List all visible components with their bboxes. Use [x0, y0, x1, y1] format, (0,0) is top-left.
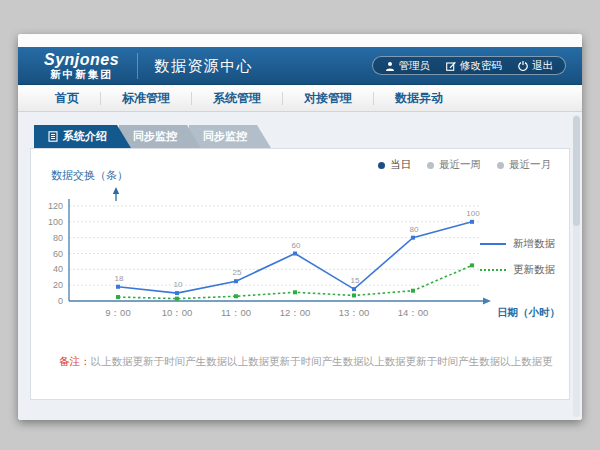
tab-sync-monitor-1[interactable]: 同步监控: [119, 125, 201, 148]
power-icon: [518, 61, 528, 71]
svg-text:25: 25: [233, 268, 242, 277]
tab-label: 同步监控: [133, 129, 177, 144]
legend-update-data[interactable]: 更新数据: [480, 263, 555, 277]
nav-item-system-mgmt[interactable]: 系统管理: [192, 92, 283, 105]
admin-user-button[interactable]: 管理员: [385, 59, 431, 73]
tab-label: 同步监控: [203, 129, 247, 144]
header-actions: 管理员 修改密码 退出: [372, 56, 567, 75]
nav-item-standard-mgmt[interactable]: 标准管理: [101, 92, 192, 105]
svg-text:80: 80: [53, 233, 63, 243]
change-password-label: 修改密码: [460, 59, 502, 73]
logout-label: 退出: [532, 59, 553, 73]
nav-item-data-change[interactable]: 数据异动: [374, 92, 464, 105]
svg-text:60: 60: [292, 241, 301, 250]
svg-text:日期（小时）: 日期（小时）: [497, 306, 560, 319]
tab-bar: 系统介绍 同步监控 同步监控: [34, 125, 259, 148]
svg-text:60: 60: [53, 249, 63, 259]
svg-text:80: 80: [410, 225, 419, 234]
app-header: Synjones 新中新集团 数据资源中心 管理员 修改密码 退出: [18, 47, 582, 85]
svg-text:100: 100: [466, 209, 480, 218]
nav-item-interface-mgmt[interactable]: 对接管理: [283, 92, 374, 105]
svg-text:100: 100: [48, 217, 63, 227]
change-password-button[interactable]: 修改密码: [446, 59, 502, 73]
svg-text:0: 0: [58, 296, 63, 306]
chart-legend: 新增数据 更新数据: [480, 237, 555, 277]
svg-text:12：00: 12：00: [280, 307, 311, 318]
content-area: 系统介绍 同步监控 同步监控 当日 最近一周: [18, 112, 582, 420]
chart-panel: 当日 最近一周 最近一月 0204060801001209：0010：0011：…: [30, 148, 570, 400]
admin-user-label: 管理员: [399, 59, 431, 73]
user-icon: [385, 61, 395, 71]
svg-text:数据交换（条）: 数据交换（条）: [51, 169, 128, 181]
tab-label: 系统介绍: [63, 129, 107, 144]
company-logo: Synjones 新中新集团: [44, 51, 119, 80]
svg-text:10: 10: [174, 280, 183, 289]
edit-icon: [446, 61, 456, 71]
svg-text:15: 15: [351, 276, 360, 285]
scrollbar-thumb[interactable]: [573, 116, 580, 226]
svg-text:40: 40: [53, 264, 63, 274]
svg-text:18: 18: [115, 274, 124, 283]
svg-text:20: 20: [53, 280, 63, 290]
tab-system-intro[interactable]: 系统介绍: [34, 125, 131, 148]
logo-text: Synjones: [44, 51, 119, 69]
logo-subtext: 新中新集团: [44, 69, 119, 81]
main-nav: 首页 标准管理 系统管理 对接管理 数据异动: [18, 85, 582, 112]
legend-label: 更新数据: [513, 263, 555, 277]
solid-line-icon: [480, 243, 506, 245]
footnote: 备注：以上数据更新于时间产生数据以上数据更新于时间产生数据以上数据更新于时间产生…: [59, 355, 553, 369]
scrollbar[interactable]: [573, 115, 580, 417]
svg-text:120: 120: [48, 201, 63, 211]
svg-text:14：00: 14：00: [398, 307, 429, 318]
dotted-line-icon: [480, 269, 506, 271]
svg-text:11：00: 11：00: [221, 307, 251, 318]
svg-text:10：00: 10：00: [162, 307, 193, 318]
footnote-label: 备注：: [59, 355, 91, 367]
window-top-strip: [18, 34, 582, 47]
app-window: Synjones 新中新集团 数据资源中心 管理员 修改密码 退出: [18, 34, 582, 420]
logout-button[interactable]: 退出: [518, 59, 553, 73]
legend-label: 新增数据: [513, 237, 555, 251]
nav-item-home[interactable]: 首页: [34, 92, 101, 105]
svg-text:9：00: 9：00: [105, 307, 130, 318]
svg-text:13：00: 13：00: [339, 307, 370, 318]
page-title: 数据资源中心: [137, 53, 253, 79]
document-icon: [48, 131, 58, 142]
tab-sync-monitor-2[interactable]: 同步监控: [189, 125, 271, 148]
footnote-text: 以上数据更新于时间产生数据以上数据更新于时间产生数据以上数据更新于时间产生数据以…: [91, 355, 554, 367]
legend-new-data[interactable]: 新增数据: [480, 237, 555, 251]
